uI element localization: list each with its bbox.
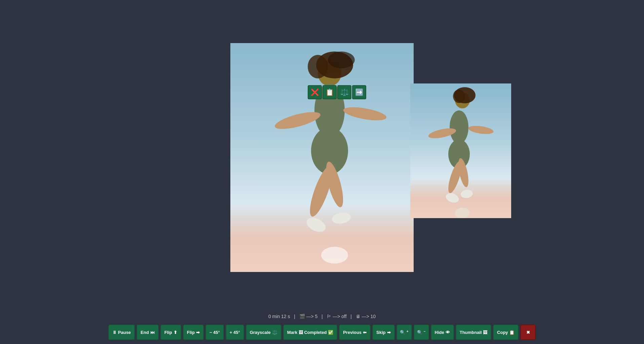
- primary-image: [230, 43, 414, 272]
- copy-button[interactable]: Copy 📋: [493, 324, 519, 340]
- flip-right-icon: ➡: [196, 330, 200, 335]
- hide-icon: 👁: [446, 330, 450, 335]
- pause-label: Pause: [118, 330, 131, 335]
- rotate-pos-label: + 45°: [230, 330, 240, 335]
- end-label: End: [141, 330, 149, 335]
- flip-up-button[interactable]: Flip ⬆: [160, 324, 181, 340]
- zoom-out-icon: 🔍: [417, 330, 422, 335]
- slideshow-icon: 🎬: [299, 314, 305, 319]
- flag-icon: 🏳: [327, 314, 331, 319]
- svg-point-17: [453, 90, 465, 103]
- popup-close-button[interactable]: ❌: [308, 85, 322, 99]
- copy-label: Copy 📋: [497, 330, 515, 335]
- zoom-in-plus: +: [407, 330, 409, 333]
- flip-right-button[interactable]: Flip ➡: [183, 324, 204, 340]
- flag-value: —> off: [333, 314, 346, 319]
- status-bar: 0 min 12 s | 🎬 —> 5 | 🏳 —> off | 🖥 —> 10: [268, 312, 376, 322]
- skip-button[interactable]: Skip ➡: [372, 324, 394, 340]
- bottom-toolbar: ⏸ Pause End ⏭ Flip ⬆ Flip ➡ − 45° + 45° …: [0, 322, 644, 344]
- rotate-neg-label: − 45°: [210, 330, 220, 335]
- secondary-image: [410, 83, 511, 218]
- rotate-neg-button[interactable]: − 45°: [205, 324, 224, 340]
- zoom-out-minus: −: [424, 330, 426, 333]
- popup-compare-button[interactable]: ⚖️: [337, 85, 351, 99]
- flip-right-label: Flip: [187, 330, 195, 335]
- image-container: ❌ 📋 ⚖️ ➡️: [230, 43, 414, 272]
- previous-icon: ⬅: [363, 330, 367, 335]
- skip-label: Skip: [376, 330, 385, 335]
- svg-point-3: [308, 55, 328, 78]
- popup-forward-button[interactable]: ➡️: [352, 85, 366, 99]
- svg-point-18: [450, 110, 468, 144]
- hide-label: Hide: [435, 330, 444, 335]
- zoom-in-button[interactable]: 🔍+: [396, 324, 412, 340]
- close-button[interactable]: ✖: [520, 324, 536, 340]
- thumbnail-button[interactable]: Thumbnail 🖼: [456, 324, 491, 340]
- main-area: ❌ 📋 ⚖️ ➡️: [0, 0, 644, 312]
- grayscale-label: Grayscale: [250, 330, 271, 335]
- monitor-value: —> 10: [362, 314, 376, 319]
- thumbnail-label: Thumbnail 🖼: [460, 330, 487, 335]
- rotate-pos-button[interactable]: + 45°: [226, 324, 244, 340]
- grayscale-icon: ⚖️: [272, 330, 277, 335]
- end-icon: ⏭: [150, 330, 155, 335]
- previous-button[interactable]: Previous ⬅: [339, 324, 371, 340]
- mark-completed-button[interactable]: Mark 🖼 Completed ✅: [283, 324, 337, 340]
- status-time: 0 min 12 s: [268, 314, 290, 319]
- skip-icon: ➡: [387, 330, 391, 335]
- previous-label: Previous: [343, 330, 362, 335]
- zoom-in-icon: 🔍: [400, 330, 405, 335]
- end-button[interactable]: End ⏭: [137, 324, 159, 340]
- hide-button[interactable]: Hide 👁: [431, 324, 454, 340]
- mark-completed-label: Mark 🖼 Completed ✅: [287, 330, 333, 335]
- close-icon: ✖: [526, 330, 530, 335]
- svg-point-13: [321, 247, 348, 264]
- svg-point-26: [455, 208, 470, 218]
- slideshow-value: —> 5: [306, 314, 317, 319]
- zoom-out-button[interactable]: 🔍−: [414, 324, 429, 340]
- flip-up-label: Flip: [164, 330, 172, 335]
- popup-toolbar: ❌ 📋 ⚖️ ➡️: [308, 85, 366, 99]
- grayscale-button[interactable]: Grayscale ⚖️: [246, 324, 281, 340]
- svg-point-4: [328, 51, 355, 68]
- pause-button[interactable]: ⏸ Pause: [108, 324, 135, 340]
- status-sep3: |: [350, 314, 352, 319]
- status-sep1: |: [294, 314, 295, 319]
- monitor-icon: 🖥: [356, 314, 361, 319]
- flip-up-icon: ⬆: [174, 330, 177, 335]
- status-sep2: |: [321, 314, 323, 319]
- popup-clipboard-button[interactable]: 📋: [323, 85, 337, 99]
- pause-icon: ⏸: [112, 330, 117, 335]
